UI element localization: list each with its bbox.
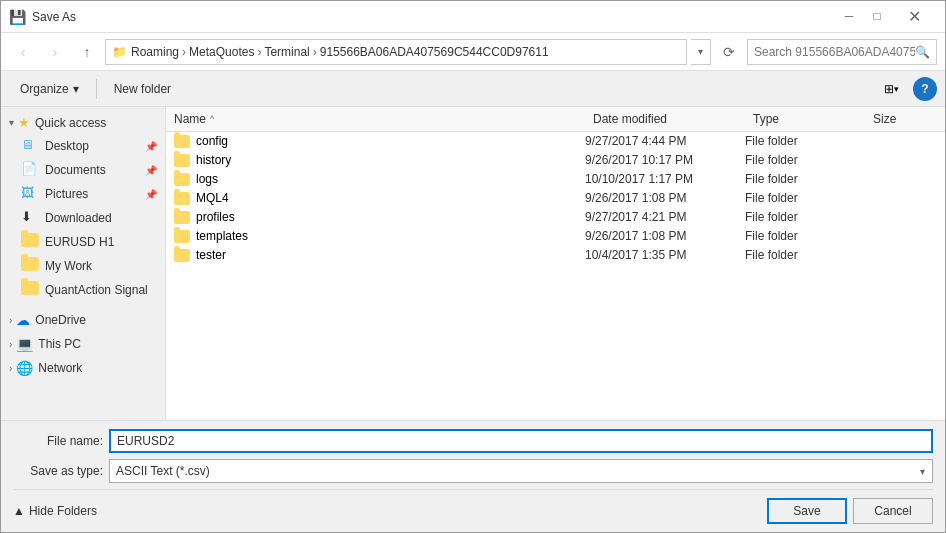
savetype-label: Save as type: <box>13 464 103 478</box>
file-list-header: Name ^ Date modified Type Size <box>166 107 945 132</box>
sidebar-item-pictures[interactable]: 🖼 Pictures 📌 <box>1 182 165 206</box>
folder-icon <box>174 211 190 224</box>
desktop-icon: 🖥 <box>21 137 39 155</box>
quick-access-icon: ★ <box>18 115 30 130</box>
view-arrow-icon: ▾ <box>894 84 899 94</box>
folder-icon <box>174 173 190 186</box>
file-name: history <box>196 153 231 167</box>
file-area: Name ^ Date modified Type Size config <box>166 107 945 420</box>
refresh-button[interactable]: ⟳ <box>715 38 743 66</box>
window-icon: 💾 <box>9 9 26 25</box>
table-row[interactable]: MQL4 9/26/2017 1:08 PM File folder <box>166 189 945 208</box>
table-row[interactable]: logs 10/10/2017 1:17 PM File folder <box>166 170 945 189</box>
search-icon: 🔍 <box>915 45 930 59</box>
file-type: File folder <box>745 229 865 243</box>
col-header-name[interactable]: Name ^ <box>166 110 585 128</box>
table-row[interactable]: config 9/27/2017 4:44 PM File folder <box>166 132 945 151</box>
sidebar-item-downloaded[interactable]: ⬇ Downloaded <box>1 206 165 230</box>
table-row[interactable]: tester 10/4/2017 1:35 PM File folder <box>166 246 945 265</box>
pictures-icon: 🖼 <box>21 185 39 203</box>
table-row[interactable]: history 9/26/2017 10:17 PM File folder <box>166 151 945 170</box>
file-name: config <box>196 134 228 148</box>
file-date: 9/26/2017 10:17 PM <box>585 153 745 167</box>
file-date: 9/27/2017 4:44 PM <box>585 134 745 148</box>
mywork-folder-icon <box>21 257 39 275</box>
thispc-icon: 💻 <box>16 336 33 352</box>
up-button[interactable]: ↑ <box>73 38 101 66</box>
close-button[interactable]: ✕ <box>891 2 937 32</box>
documents-icon: 📄 <box>21 161 39 179</box>
help-button[interactable]: ? <box>913 77 937 101</box>
chevron-up-icon: ▲ <box>13 504 25 518</box>
folder-icon <box>174 230 190 243</box>
sidebar-mywork-label: My Work <box>45 259 92 273</box>
breadcrumb-folder-icon: 📁 <box>112 45 127 59</box>
file-type: File folder <box>745 153 865 167</box>
pin-icon-docs: 📌 <box>145 165 157 176</box>
file-name: MQL4 <box>196 191 229 205</box>
file-date: 9/26/2017 1:08 PM <box>585 191 745 205</box>
sidebar-item-eurusd[interactable]: EURUSD H1 <box>1 230 165 254</box>
network-header[interactable]: › 🌐 Network <box>1 356 165 380</box>
cancel-button[interactable]: Cancel <box>853 498 933 524</box>
col-header-date[interactable]: Date modified <box>585 110 745 128</box>
sidebar-item-mywork[interactable]: My Work <box>1 254 165 278</box>
organize-label: Organize <box>20 82 69 96</box>
thispc-header[interactable]: › 💻 This PC <box>1 332 165 356</box>
sidebar: ▾ ★ Quick access 🖥 Desktop 📌 📄 Documents… <box>1 107 166 420</box>
onedrive-label: OneDrive <box>35 313 86 327</box>
folder-icon <box>174 249 190 262</box>
breadcrumb-metaquotes: MetaQuotes <box>189 45 254 59</box>
maximize-button[interactable]: □ <box>863 2 891 30</box>
breadcrumb[interactable]: 📁 Roaming › MetaQuotes › Terminal › 9155… <box>105 39 687 65</box>
sidebar-eurusd-label: EURUSD H1 <box>45 235 114 249</box>
file-date: 9/26/2017 1:08 PM <box>585 229 745 243</box>
hide-folders-label: Hide Folders <box>29 504 97 518</box>
hide-folders-button[interactable]: ▲ Hide Folders <box>13 504 97 518</box>
sidebar-item-desktop[interactable]: 🖥 Desktop 📌 <box>1 134 165 158</box>
network-label: Network <box>38 361 82 375</box>
eurusd-folder-icon <box>21 233 39 251</box>
quantaction-folder-icon <box>21 281 39 299</box>
table-row[interactable]: templates 9/26/2017 1:08 PM File folder <box>166 227 945 246</box>
search-box: 🔍 <box>747 39 937 65</box>
forward-button[interactable]: › <box>41 38 69 66</box>
file-date: 10/4/2017 1:35 PM <box>585 248 745 262</box>
col-header-type[interactable]: Type <box>745 110 865 128</box>
file-date: 9/27/2017 4:21 PM <box>585 210 745 224</box>
organize-button[interactable]: Organize ▾ <box>9 76 90 102</box>
table-row[interactable]: profiles 9/27/2017 4:21 PM File folder <box>166 208 945 227</box>
sidebar-item-quantaction[interactable]: QuantAction Signal <box>1 278 165 302</box>
savetype-row: Save as type: ASCII Text (*.csv) ▾ <box>13 459 933 483</box>
file-date: 10/10/2017 1:17 PM <box>585 172 745 186</box>
folder-icon <box>174 135 190 148</box>
filename-label: File name: <box>13 434 103 448</box>
savetype-select[interactable]: ASCII Text (*.csv) <box>109 459 933 483</box>
pin-icon-pics: 📌 <box>145 189 157 200</box>
view-button[interactable]: ⊞ ▾ <box>877 76 905 102</box>
pin-icon: 📌 <box>145 141 157 152</box>
breadcrumb-dropdown[interactable]: ▾ <box>691 39 711 65</box>
sidebar-quantaction-label: QuantAction Signal <box>45 283 148 297</box>
search-input[interactable] <box>754 45 915 59</box>
col-header-size[interactable]: Size <box>865 110 945 128</box>
sidebar-item-documents[interactable]: 📄 Documents 📌 <box>1 158 165 182</box>
breadcrumb-id: 915566BA06ADA407569C544CC0D97611 <box>320 45 549 59</box>
save-button[interactable]: Save <box>767 498 847 524</box>
quick-access-header[interactable]: ▾ ★ Quick access <box>1 111 165 134</box>
onedrive-header[interactable]: › ☁ OneDrive <box>1 308 165 332</box>
onedrive-chevron: › <box>9 315 12 326</box>
cancel-label: Cancel <box>874 504 911 518</box>
back-button[interactable]: ‹ <box>9 38 37 66</box>
sidebar-documents-label: Documents <box>45 163 106 177</box>
onedrive-icon: ☁ <box>16 312 30 328</box>
minimize-button[interactable]: ─ <box>835 2 863 30</box>
new-folder-button[interactable]: New folder <box>103 76 182 102</box>
title-bar: 💾 Save As ─ □ ✕ <box>1 1 945 33</box>
thispc-chevron: › <box>9 339 12 350</box>
save-as-dialog: 💾 Save As ─ □ ✕ ‹ › ↑ 📁 Roaming › MetaQu… <box>0 0 946 533</box>
filename-input[interactable] <box>109 429 933 453</box>
organize-arrow-icon: ▾ <box>73 82 79 96</box>
thispc-label: This PC <box>38 337 81 351</box>
toolbar: Organize ▾ New folder ⊞ ▾ ? <box>1 71 945 107</box>
